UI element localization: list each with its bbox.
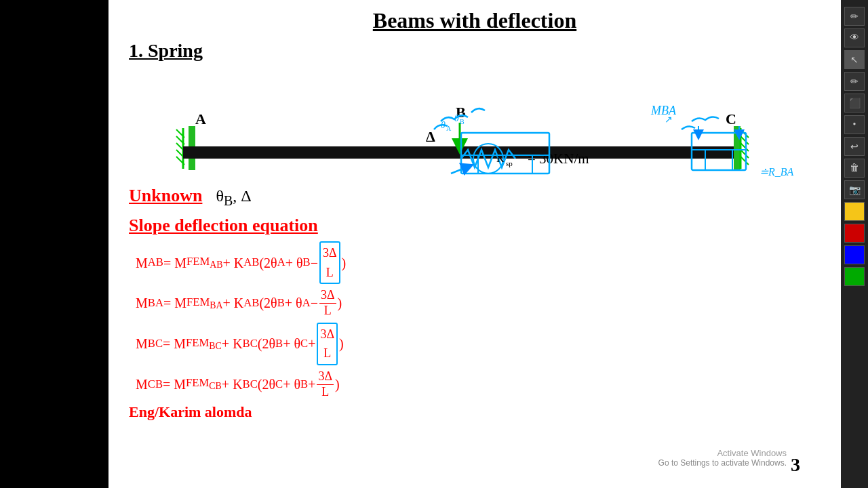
equation-mbc: MBC = MFEMBC + KBC (2θB + θC + 3Δ L ) bbox=[136, 323, 821, 366]
undo-icon[interactable]: ↩ bbox=[844, 137, 865, 156]
svg-text:A: A bbox=[195, 110, 206, 127]
svg-line-35 bbox=[451, 167, 468, 174]
dot-icon[interactable]: • bbox=[844, 115, 865, 134]
svg-text:θ: θ bbox=[454, 113, 459, 123]
left-black-bar bbox=[0, 0, 108, 488]
right-toolbar: ✏ 👁 ↖ ✏ ⬛ • ↩ 🗑 📷 bbox=[841, 0, 868, 488]
color-blue-button[interactable] bbox=[844, 245, 865, 264]
cursor-icon[interactable]: ↖ bbox=[844, 50, 865, 69]
unknown-line: Unknown θB, Δ bbox=[129, 186, 821, 209]
draw-icon[interactable]: ✏ bbox=[844, 72, 865, 91]
svg-line-15 bbox=[741, 157, 749, 165]
activate-windows-notice: Activate Windows Go to Settings to activ… bbox=[658, 448, 787, 468]
equation-mcb: MCB = MFEMCB + KBC (2θC + θB + 3Δ L ) bbox=[136, 369, 821, 399]
equation-mba: MBA = MFEMBA + KAB (2θB + θA − 3Δ L ) bbox=[136, 288, 821, 318]
svg-line-14 bbox=[741, 150, 749, 158]
svg-text:MBA: MBA bbox=[650, 104, 677, 117]
svg-text:= 30KN/m: = 30KN/m bbox=[528, 150, 589, 167]
svg-text:A: A bbox=[446, 125, 452, 132]
svg-text:≐R_BA: ≐R_BA bbox=[760, 166, 794, 178]
eye-icon[interactable]: 👁 bbox=[844, 28, 865, 47]
svg-line-12 bbox=[741, 136, 749, 144]
delete-icon[interactable]: 🗑 bbox=[844, 159, 865, 178]
color-yellow-button[interactable] bbox=[844, 202, 865, 221]
color-green-button[interactable] bbox=[844, 267, 865, 286]
camera-icon[interactable]: 📷 bbox=[844, 180, 865, 199]
fraction-3delta-l-2: 3Δ L bbox=[319, 288, 336, 318]
page-number: 3 bbox=[791, 454, 800, 476]
author-label: Eng/Karim alomda bbox=[129, 403, 821, 421]
slide-content: Beams with deflection 1. Spring bbox=[108, 0, 841, 488]
beam-diagram: A B C Δ K sp bbox=[108, 68, 841, 180]
svg-text:θ: θ bbox=[441, 120, 446, 130]
slope-deflection-title: Slope deflection equation bbox=[129, 216, 821, 236]
svg-text:Δ: Δ bbox=[426, 128, 435, 145]
svg-text:B: B bbox=[460, 118, 465, 125]
unknown-label: Unknown bbox=[129, 186, 202, 206]
activate-title: Activate Windows bbox=[658, 448, 787, 458]
fraction-3delta-l-4: 3Δ L bbox=[317, 369, 334, 399]
svg-text:K: K bbox=[496, 152, 505, 164]
unknown-vars: θB, Δ bbox=[216, 187, 251, 209]
svg-text:sp: sp bbox=[506, 159, 513, 167]
section-title: 1. Spring bbox=[129, 40, 841, 62]
highlight-3delta-l-3: 3Δ L bbox=[317, 323, 338, 366]
svg-text:C: C bbox=[726, 110, 736, 127]
activate-subtitle: Go to Settings to activate Windows. bbox=[658, 458, 787, 468]
highlight-3delta-l-1: 3Δ L bbox=[319, 241, 340, 285]
pencil-icon[interactable]: ✏ bbox=[844, 7, 865, 26]
color-red-button[interactable] bbox=[844, 224, 865, 243]
slide-title: Beams with deflection bbox=[108, 8, 841, 33]
eraser-icon[interactable]: ⬛ bbox=[844, 94, 865, 113]
svg-text:↗: ↗ bbox=[665, 115, 673, 125]
lower-content: Unknown θB, Δ Slope deflection equation … bbox=[108, 186, 841, 421]
equation-mab: MAB = MFEMAB + KAB (2θA + θB − 3Δ L ) bbox=[136, 241, 821, 285]
